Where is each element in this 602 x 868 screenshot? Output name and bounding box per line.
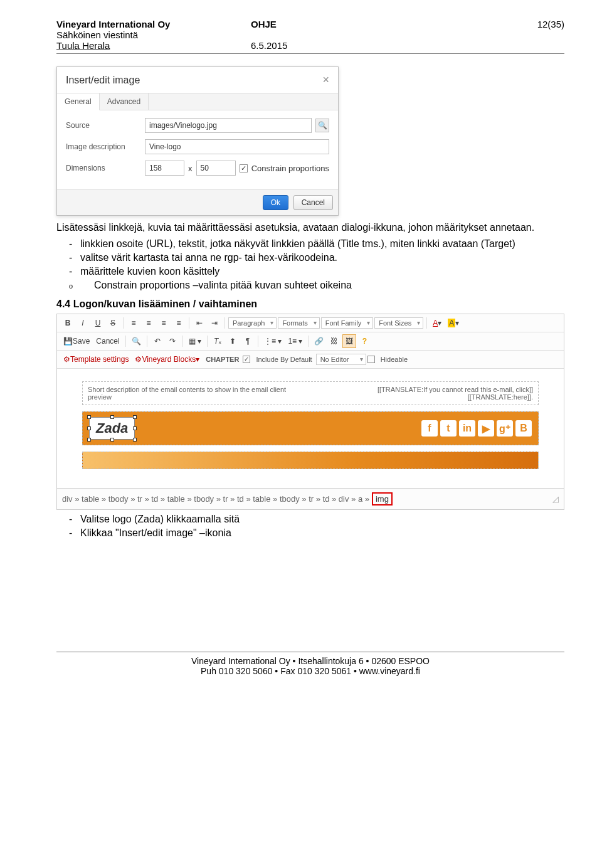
fontsize-dropdown[interactable]: Font Sizes bbox=[374, 317, 423, 329]
ok-button[interactable]: Ok bbox=[263, 195, 288, 210]
list-item: valitse värit kartasta tai anna ne rgp- … bbox=[69, 252, 564, 263]
dim-x: x bbox=[188, 164, 193, 173]
desc-right: [[TRANSLATE:If you cannot read this e-ma… bbox=[320, 386, 533, 401]
template-settings-button[interactable]: ⚙ Template settings bbox=[61, 352, 131, 366]
footer-line-1: Vineyard International Oy • Itsehallinto… bbox=[56, 656, 564, 666]
list-subitem: Constrain proportions –valinta pitää kuv… bbox=[69, 280, 564, 291]
vineyard-blocks-dropdown[interactable]: ⚙ Vineyard Blocks ▾ bbox=[132, 352, 202, 366]
selection-handle-icon[interactable] bbox=[87, 426, 91, 430]
body-list-1: linkkien osoite (URL), tekstit, jotka nä… bbox=[56, 238, 564, 291]
selection-handle-icon[interactable] bbox=[110, 415, 114, 419]
find-icon[interactable]: 🔍 bbox=[129, 334, 144, 348]
doc-header-row3: Tuula Herala 6.5.2015 bbox=[56, 40, 564, 51]
selection-handle-icon[interactable] bbox=[133, 426, 137, 430]
logo-banner[interactable]: Zada f t in ▶ g⁺ B bbox=[82, 411, 539, 445]
tinymce-editor: B I U S ≡ ≡ ≡ ≡ ⇤ ⇥ Paragraph Formats Fo… bbox=[56, 314, 564, 510]
upload-icon[interactable]: ⬆ bbox=[226, 334, 240, 348]
unlink-icon[interactable]: ⛓ bbox=[327, 334, 341, 348]
underline-icon[interactable]: U bbox=[91, 316, 105, 330]
height-input[interactable] bbox=[196, 161, 236, 176]
noeditor-dropdown[interactable]: No Editor bbox=[316, 354, 366, 365]
textcolor-icon[interactable]: A ▾ bbox=[430, 316, 444, 330]
insert-image-dialog: Insert/edit image × General Advanced Sou… bbox=[56, 66, 339, 216]
browse-icon[interactable]: 🔍 bbox=[315, 119, 329, 132]
save-button[interactable]: 💾 Save bbox=[61, 334, 92, 348]
numlist-icon[interactable]: 1≡ ▾ bbox=[285, 334, 305, 348]
selection-handle-icon[interactable] bbox=[133, 415, 137, 419]
include-default-label: Include By Default bbox=[253, 356, 314, 363]
constrain-label: Constrain proportions bbox=[251, 164, 329, 173]
body-paragraph-1: Lisätessäsi linkkejä, kuvia tai määrittä… bbox=[56, 222, 564, 233]
dialog-body: Source 🔍 Image description Dimensions x … bbox=[57, 110, 338, 189]
doc-date: 6.5.2015 bbox=[213, 40, 408, 51]
align-left-icon[interactable]: ≡ bbox=[127, 316, 140, 330]
indent-left-icon[interactable]: ⇤ bbox=[193, 316, 206, 330]
selection-handle-icon[interactable] bbox=[87, 415, 91, 419]
width-input[interactable] bbox=[145, 161, 184, 176]
insert-image-icon[interactable]: 🖼 bbox=[342, 334, 356, 348]
selection-handle-icon[interactable] bbox=[110, 438, 114, 442]
align-center-icon[interactable]: ≡ bbox=[142, 316, 156, 330]
section-heading: 4.4 Logon/kuvan lisääminen / vaihtaminen bbox=[56, 299, 564, 310]
department: Sähköinen viestintä bbox=[56, 29, 213, 40]
description-input[interactable] bbox=[145, 139, 329, 154]
include-default-checkbox[interactable]: ✓ bbox=[243, 356, 250, 363]
source-input[interactable] bbox=[145, 118, 312, 133]
indent-right-icon[interactable]: ⇥ bbox=[208, 316, 221, 330]
bold-icon[interactable]: B bbox=[61, 316, 75, 330]
description-block[interactable]: Short description of the email contents … bbox=[82, 381, 539, 405]
table-icon[interactable]: ▦ ▾ bbox=[186, 334, 204, 348]
cancel-button[interactable]: Cancel bbox=[293, 195, 333, 210]
help-icon[interactable]: ? bbox=[357, 334, 371, 348]
tab-general[interactable]: General bbox=[57, 93, 100, 110]
toolbar-row-1: B I U S ≡ ≡ ≡ ≡ ⇤ ⇥ Paragraph Formats Fo… bbox=[57, 314, 564, 332]
doc-header-row2: Sähköinen viestintä bbox=[56, 29, 564, 40]
path-text[interactable]: div » table » tbody » tr » td » table » … bbox=[62, 494, 369, 504]
bgcolor-icon[interactable]: A ▾ bbox=[445, 316, 462, 330]
company-name: Vineyard International Oy bbox=[56, 19, 213, 29]
strikethrough-icon[interactable]: S bbox=[106, 316, 120, 330]
list-item: linkkien osoite (URL), tekstit, jotka nä… bbox=[69, 238, 564, 250]
align-justify-icon[interactable]: ≡ bbox=[172, 316, 186, 330]
undo-icon[interactable]: ↶ bbox=[150, 334, 164, 348]
align-right-icon[interactable]: ≡ bbox=[157, 316, 171, 330]
label-dimensions: Dimensions bbox=[66, 164, 141, 172]
pilcrow-icon[interactable]: ¶ bbox=[241, 334, 255, 348]
blog-icon[interactable]: B bbox=[515, 420, 532, 437]
path-img-highlighted[interactable]: img bbox=[372, 492, 393, 505]
element-path: div » table » tbody » tr » td » table » … bbox=[57, 488, 564, 509]
resize-handle-icon[interactable]: ◿ bbox=[552, 494, 559, 504]
close-icon[interactable]: × bbox=[322, 73, 329, 87]
twitter-icon[interactable]: t bbox=[440, 420, 457, 437]
italic-icon[interactable]: I bbox=[76, 316, 90, 330]
paragraph-dropdown[interactable]: Paragraph bbox=[228, 317, 277, 329]
clearformat-icon[interactable]: Tₓ bbox=[211, 334, 224, 348]
editor-canvas[interactable]: Short description of the email contents … bbox=[57, 369, 564, 488]
hideable-label: Hideable bbox=[378, 356, 410, 363]
social-icons: f t in ▶ g⁺ B bbox=[421, 420, 532, 437]
tab-advanced[interactable]: Advanced bbox=[100, 93, 149, 110]
linkedin-icon[interactable]: in bbox=[459, 420, 475, 437]
bulletlist-icon[interactable]: ⋮≡ ▾ bbox=[261, 334, 284, 348]
label-description: Image description bbox=[66, 142, 141, 151]
cancel-button-toolbar[interactable]: Cancel bbox=[93, 334, 122, 348]
list-item: määrittele kuvien koon käsittely bbox=[69, 266, 564, 277]
zada-logo[interactable]: Zada bbox=[89, 417, 135, 440]
selection-handle-icon[interactable] bbox=[87, 438, 91, 442]
link-icon[interactable]: 🔗 bbox=[312, 334, 326, 348]
googleplus-icon[interactable]: g⁺ bbox=[497, 420, 513, 437]
page: Vineyard International Oy OHJE 12(35) Sä… bbox=[0, 0, 602, 689]
facebook-icon[interactable]: f bbox=[421, 420, 438, 437]
gradient-block[interactable] bbox=[82, 452, 539, 469]
youtube-icon[interactable]: ▶ bbox=[478, 420, 494, 437]
redo-icon[interactable]: ↷ bbox=[166, 334, 179, 348]
footer-line-2: Puh 010 320 5060 • Fax 010 320 5061 • ww… bbox=[56, 666, 564, 676]
doc-header-row1: Vineyard International Oy OHJE 12(35) bbox=[56, 19, 564, 29]
selection-handle-icon[interactable] bbox=[133, 438, 137, 442]
fontfamily-dropdown[interactable]: Font Family bbox=[321, 317, 373, 329]
formats-dropdown[interactable]: Formats bbox=[278, 317, 319, 329]
list-item: Klikkaa "Insert/edit image" –ikonia bbox=[69, 527, 564, 539]
doc-type: OHJE bbox=[213, 19, 408, 29]
constrain-checkbox[interactable]: ✓ bbox=[240, 164, 248, 172]
hideable-checkbox[interactable] bbox=[367, 356, 375, 363]
